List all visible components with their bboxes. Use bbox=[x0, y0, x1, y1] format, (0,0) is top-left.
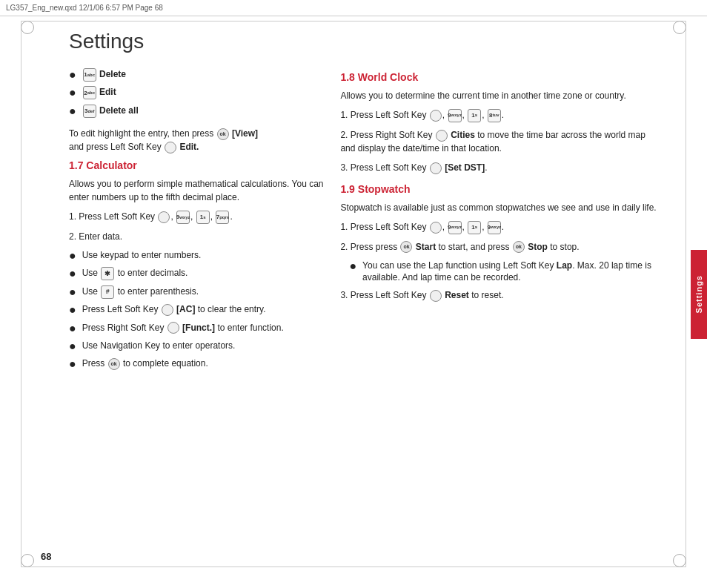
ok-stop: ok bbox=[513, 241, 525, 253]
intro-bullet-list: ● 1abc Delete ● 2abc Edit ● bbox=[69, 68, 325, 119]
key-9sw: 9wxyz bbox=[448, 221, 462, 234]
stopwatch-desc: Stopwatch is available just as common st… bbox=[340, 201, 657, 214]
calc-step-1: 1. Press Left Soft Key , 9wxyz, 1s, 7pqr… bbox=[69, 210, 325, 224]
side-tab: Settings bbox=[691, 250, 707, 339]
key-9sw2: 9wxyz bbox=[488, 221, 501, 234]
bullet-dot: ● bbox=[349, 258, 356, 274]
list-item: ● You can use the Lap function using Lef… bbox=[349, 260, 657, 285]
key-7: 7pqrs bbox=[216, 211, 229, 224]
left-soft-reset bbox=[430, 290, 442, 302]
list-item: ● Use # to enter parenthesis. bbox=[69, 285, 325, 300]
view-label: [View] bbox=[232, 128, 258, 139]
left-column: ● 1abc Delete ● 2abc Edit ● bbox=[28, 68, 340, 560]
sw-step-1: 1. Press Left Soft Key , 9wxyz, 1s, 9wxy… bbox=[340, 220, 657, 234]
data-bullet-list: ● Use keypad to enter numbers. ● Use ✱ t… bbox=[69, 249, 325, 373]
left-soft-ac bbox=[162, 304, 173, 316]
edit-action-label: Edit. bbox=[179, 142, 199, 152]
list-item: ● Press Left Soft Key [AC] to clear the … bbox=[69, 303, 325, 318]
calculator-heading: 1.7 Calculator bbox=[69, 159, 325, 171]
side-tab-label: Settings bbox=[694, 275, 703, 313]
delete-label: Delete bbox=[99, 69, 126, 79]
page-title: Settings bbox=[69, 30, 679, 53]
edit-label: Edit bbox=[99, 87, 116, 98]
world-step-1: 1. Press Left Soft Key , 9wxyz, 1s, 8tuv… bbox=[340, 108, 657, 122]
bullet-dot: ● bbox=[69, 356, 76, 372]
right-soft-funct bbox=[167, 322, 179, 334]
ok-key-intro: ok bbox=[217, 128, 229, 140]
content-area: Settings ● 1abc Delete ● 2abc Edit bbox=[28, 16, 679, 560]
key-1abc: 1abc bbox=[83, 68, 96, 82]
bullet-dot: ● bbox=[69, 103, 76, 119]
intro-paragraph: To edit highlight the entry, then press … bbox=[69, 127, 325, 153]
ok-complete: ok bbox=[108, 358, 120, 370]
header-bar: LG357_Eng_new.qxd 12/1/06 6:57 PM Page 6… bbox=[0, 0, 707, 16]
list-item: ● 3def Delete all bbox=[69, 105, 325, 119]
world-clock-desc: Allows you to determine the current time… bbox=[340, 89, 657, 102]
right-column: 1.8 World Clock Allows you to determine … bbox=[340, 68, 679, 560]
list-item: ● Press ok to complete equation. bbox=[69, 357, 325, 372]
key-2abc: 2abc bbox=[83, 86, 96, 99]
key-9wc: 9wxyz bbox=[448, 109, 462, 122]
world-step-2: 2. Press Right Soft Key Cities to move t… bbox=[340, 128, 657, 155]
left-soft-sw1 bbox=[430, 222, 442, 234]
list-item: ● 1abc Delete bbox=[69, 68, 325, 83]
left-soft-circle bbox=[158, 211, 170, 223]
sw-step-3: 3. Press Left Soft Key Reset to reset. bbox=[340, 288, 657, 302]
bullet-dot: ● bbox=[69, 67, 76, 83]
sw-step-2: 2. Press press ok Start to start, and pr… bbox=[340, 240, 657, 254]
key-hash: # bbox=[101, 285, 114, 299]
key-star: ✱ bbox=[101, 267, 114, 280]
key-1sw: 1s bbox=[468, 221, 481, 234]
key-9: 9wxyz bbox=[176, 211, 190, 224]
ok-start: ok bbox=[400, 241, 412, 253]
header-text: LG357_Eng_new.qxd 12/1/06 6:57 PM Page 6… bbox=[6, 4, 163, 12]
bullet-dot: ● bbox=[69, 338, 76, 354]
bullet-dot: ● bbox=[69, 320, 76, 337]
calculator-desc: Allows you to perform simple mathematica… bbox=[69, 177, 325, 204]
left-soft-key-intro bbox=[165, 142, 176, 153]
left-soft-wc3 bbox=[430, 162, 442, 174]
list-item: ● Use Navigation Key to enter operators. bbox=[69, 340, 325, 354]
world-step-3: 3. Press Left Soft Key [Set DST]. bbox=[340, 161, 657, 174]
right-soft-wc bbox=[436, 130, 448, 142]
list-item: ● Use keypad to enter numbers. bbox=[69, 249, 325, 264]
list-item: ● Press Right Soft Key [Funct.] to enter… bbox=[69, 322, 325, 337]
key-3def: 3def bbox=[83, 105, 96, 118]
delete-all-label: Delete all bbox=[99, 105, 139, 116]
bullet-dot: ● bbox=[69, 248, 76, 264]
bullet-dot: ● bbox=[69, 265, 76, 282]
key-1: 1s bbox=[196, 211, 210, 224]
bullet-dot: ● bbox=[69, 284, 76, 300]
bullet-dot: ● bbox=[69, 302, 76, 318]
sw-sub-bullets: ● You can use the Lap function using Lef… bbox=[349, 260, 657, 285]
left-soft-wc1 bbox=[430, 110, 442, 122]
world-clock-heading: 1.8 World Clock bbox=[340, 71, 657, 83]
two-col-layout: ● 1abc Delete ● 2abc Edit ● bbox=[28, 68, 679, 560]
calc-step-2: 2. Enter data. bbox=[69, 230, 325, 243]
key-8wc: 8tuv bbox=[488, 109, 501, 122]
list-item: ● 2abc Edit bbox=[69, 86, 325, 101]
bullet-dot: ● bbox=[69, 85, 76, 101]
stopwatch-heading: 1.9 Stopwatch bbox=[340, 183, 657, 195]
list-item: ● Use ✱ to enter decimals. bbox=[69, 267, 325, 282]
key-1wc: 1s bbox=[468, 109, 481, 122]
